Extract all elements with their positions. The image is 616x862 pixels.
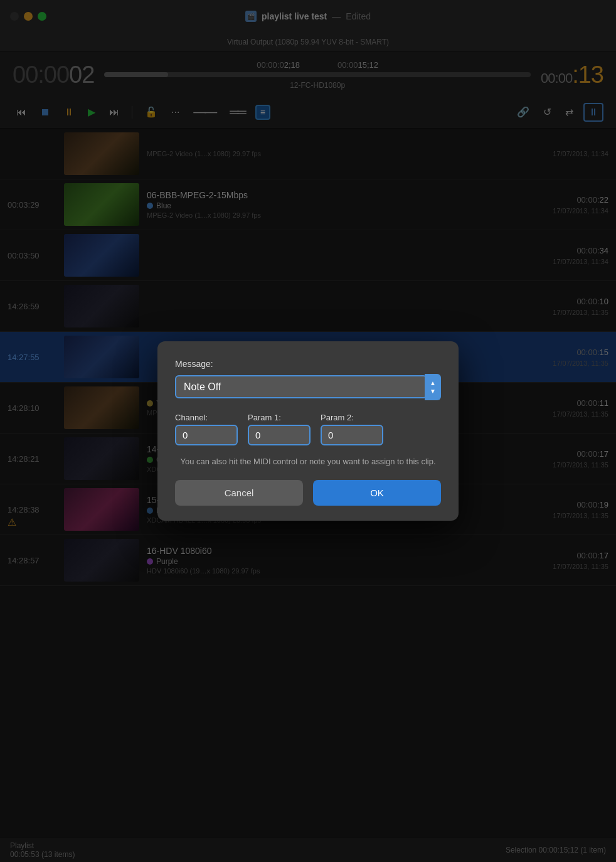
- modal-select-row: Note Off Note On Control Change Program …: [175, 374, 441, 400]
- ok-button[interactable]: OK: [313, 480, 441, 506]
- modal-params: Channel: Param 1: Param 2:: [175, 413, 441, 445]
- param1-label: Param 1:: [248, 413, 311, 422]
- select-arrows[interactable]: ▲ ▼: [425, 374, 441, 400]
- modal-hint: You can also hit the MIDI control or not…: [175, 455, 441, 468]
- param2-group: Param 2:: [321, 413, 383, 445]
- param1-input[interactable]: [248, 425, 311, 445]
- message-type-select[interactable]: Note Off Note On Control Change Program …: [175, 375, 427, 398]
- param1-group: Param 1:: [248, 413, 311, 445]
- channel-input[interactable]: [175, 425, 238, 445]
- param2-label: Param 2:: [321, 413, 383, 422]
- modal-buttons: Cancel OK: [175, 480, 441, 506]
- modal-overlay: Message: Note Off Note On Control Change…: [0, 0, 616, 862]
- modal-message-label: Message:: [175, 359, 441, 369]
- param2-input[interactable]: [321, 425, 383, 445]
- channel-label: Channel:: [175, 413, 238, 422]
- modal-dialog: Message: Note Off Note On Control Change…: [157, 341, 459, 521]
- cancel-button[interactable]: Cancel: [175, 480, 303, 506]
- arrow-up-icon: ▲: [430, 380, 436, 386]
- channel-group: Channel:: [175, 413, 238, 445]
- arrow-down-icon: ▼: [430, 388, 436, 395]
